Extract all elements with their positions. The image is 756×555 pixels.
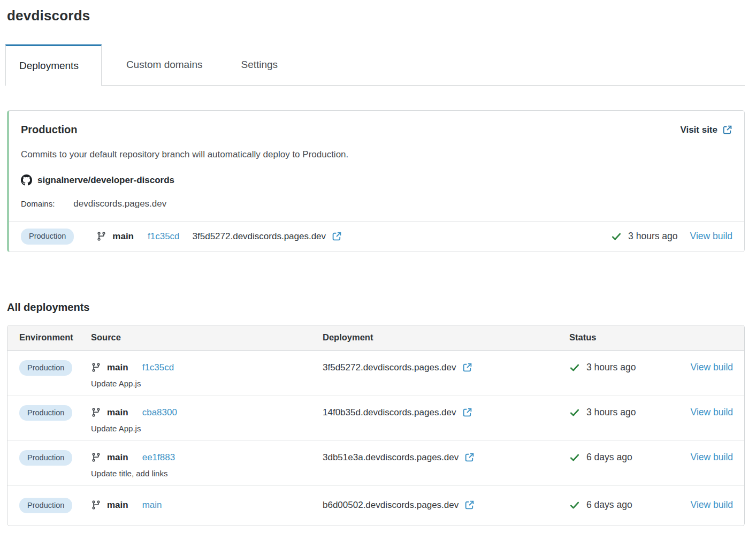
success-check-icon <box>569 452 580 463</box>
tab-settings[interactable]: Settings <box>227 44 292 85</box>
external-link-icon <box>722 125 732 135</box>
tab-deployments[interactable]: Deployments <box>5 44 102 86</box>
success-check-icon <box>569 407 580 418</box>
git-branch-icon <box>91 362 101 372</box>
branch-name: main <box>107 362 128 373</box>
commit-link[interactable]: f1c35cd <box>148 231 180 242</box>
branch-name: main <box>107 500 128 511</box>
column-environment: Environment <box>7 325 91 350</box>
deployment-url: 14f0b35d.devdiscords.pages.dev <box>323 407 456 418</box>
pages-project-page: devdiscords Deployments Custom domains S… <box>0 0 756 526</box>
external-link-icon[interactable] <box>464 452 475 462</box>
git-branch-icon <box>91 407 101 417</box>
commit-message: Update App.js <box>91 424 323 433</box>
page-title: devdiscords <box>7 7 745 24</box>
external-link-icon[interactable] <box>462 407 472 417</box>
status-time: 6 days ago <box>586 499 632 511</box>
tab-custom-domains[interactable]: Custom domains <box>112 44 217 85</box>
view-build-link[interactable]: View build <box>690 231 732 242</box>
visit-site-link[interactable]: Visit site <box>680 125 732 135</box>
deployment-url: b6d00502.devdiscords.pages.dev <box>323 500 459 511</box>
external-link-icon[interactable] <box>464 500 475 510</box>
git-branch-icon <box>96 231 106 241</box>
environment-badge: Production <box>19 405 72 421</box>
all-deployments-title: All deployments <box>7 301 745 314</box>
column-actions <box>686 325 744 350</box>
commit-link[interactable]: f1c35cd <box>142 362 174 373</box>
commit-message: Update title, add links <box>91 469 323 478</box>
success-check-icon <box>569 362 580 373</box>
production-card-description: Commits to your default repository branc… <box>21 149 732 160</box>
git-branch-icon <box>91 452 101 462</box>
column-deployment: Deployment <box>323 325 569 350</box>
deployment-url: 3f5d5272.devdiscords.pages.dev <box>323 362 456 373</box>
production-card-title: Production <box>21 124 78 136</box>
github-icon <box>21 174 32 186</box>
success-check-icon <box>569 500 580 511</box>
domains-value: devdiscords.pages.dev <box>73 199 166 209</box>
status-time: 3 hours ago <box>586 362 636 373</box>
view-build-link[interactable]: View build <box>691 407 733 418</box>
deployment-url: 3db51e3a.devdiscords.pages.dev <box>323 452 459 463</box>
production-deployment-row: Production main f1c35cd 3f5d5272.devdisc… <box>9 221 744 252</box>
environment-badge: Production <box>21 229 74 245</box>
view-build-link[interactable]: View build <box>691 499 733 511</box>
tab-bar: Deployments Custom domains Settings <box>7 44 745 86</box>
branch-name: main <box>107 407 128 418</box>
column-status: Status <box>569 325 686 350</box>
repo-name: signalnerve/developer-discords <box>37 175 174 186</box>
table-row: Production main cba8300 Update App.js 14… <box>7 396 744 440</box>
table-header: Environment Source Deployment Status <box>7 325 744 351</box>
table-row: Production main f1c35cd Update App.js 3f… <box>7 351 744 396</box>
deployment-url: 3f5d5272.devdiscords.pages.dev <box>193 231 326 242</box>
success-check-icon <box>611 231 622 242</box>
git-branch-icon <box>91 500 101 510</box>
production-card: Production Visit site Commits to your de… <box>7 110 745 252</box>
visit-site-label: Visit site <box>680 125 717 135</box>
table-row: Production main ee1f883 Update title, ad… <box>7 440 744 485</box>
deployments-table: Environment Source Deployment Status Pro… <box>7 325 745 527</box>
view-build-link[interactable]: View build <box>691 362 733 373</box>
external-link-icon[interactable] <box>332 231 342 241</box>
environment-badge: Production <box>19 450 72 466</box>
status-time: 3 hours ago <box>586 407 636 418</box>
commit-link[interactable]: ee1f883 <box>142 452 175 463</box>
environment-badge: Production <box>19 360 72 376</box>
commit-link[interactable]: main <box>142 500 162 511</box>
environment-badge: Production <box>19 498 72 514</box>
column-source: Source <box>91 325 323 350</box>
commit-link[interactable]: cba8300 <box>142 407 177 418</box>
status-time: 3 hours ago <box>628 231 677 242</box>
branch-name: main <box>107 452 128 463</box>
external-link-icon[interactable] <box>462 362 472 372</box>
table-row: Production main main b6d00502.devdiscord… <box>7 485 744 526</box>
branch-name: main <box>112 231 134 242</box>
commit-message: Update App.js <box>91 379 323 388</box>
view-build-link[interactable]: View build <box>691 452 733 463</box>
status-time: 6 days ago <box>586 452 632 463</box>
domains-label: Domains: <box>21 199 55 208</box>
